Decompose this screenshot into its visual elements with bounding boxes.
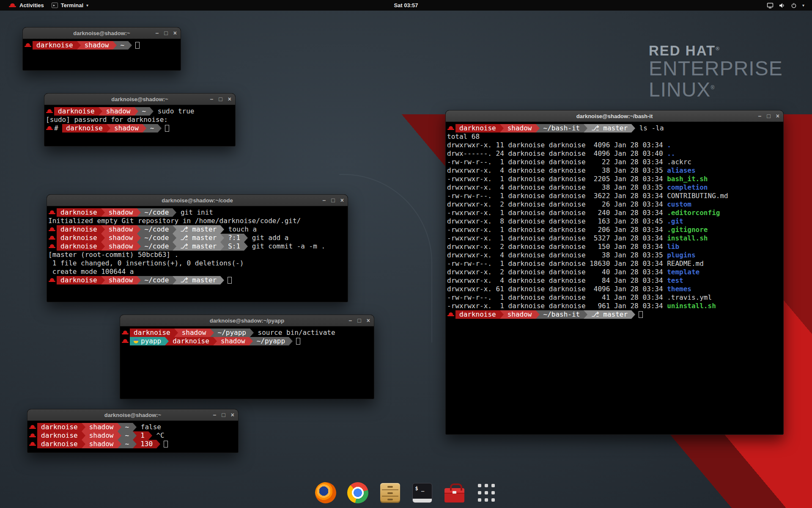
files-icon[interactable] <box>378 481 402 505</box>
terminal-icon[interactable] <box>410 481 434 505</box>
files-cabinet <box>380 483 400 503</box>
chevron-down-icon: ▾ <box>86 3 88 8</box>
powerline-separator-icon <box>137 225 141 234</box>
grid-dot <box>485 498 488 502</box>
minimize-button[interactable]: – <box>213 412 217 418</box>
powerline-separator-icon <box>156 440 160 448</box>
prompt-user-segment: darknoise <box>57 225 101 234</box>
powerline-separator-icon <box>536 310 540 319</box>
powerline-separator-icon <box>77 41 81 50</box>
close-button[interactable]: × <box>231 412 234 418</box>
prompt-user-segment: darknoise <box>57 276 101 284</box>
terminal-line: darknoiseshadow~/bash-it⎇ master <box>447 310 782 319</box>
terminal-screen <box>412 483 432 503</box>
close-button[interactable]: × <box>173 30 177 36</box>
executable-name: uninstall.sh <box>667 302 716 310</box>
directory-name: completion <box>667 183 708 192</box>
minimize-button[interactable]: – <box>349 318 352 323</box>
window-titlebar[interactable]: darknoise@shadow:~ – □ × <box>44 94 235 105</box>
terminal-line: -rwxrwxr-x. 1 darknoise darknoise 240 Ja… <box>447 209 782 217</box>
prompt-git-branch-segment: ⎇ master <box>176 242 220 251</box>
window-titlebar[interactable]: darknoise@shadow:~ – □ × <box>27 409 238 421</box>
terminal-line: darknoiseshadow~/bash-it⎇ master ls -la <box>447 124 782 133</box>
output-text: total 68 <box>447 133 480 141</box>
terminal-line: drwxrwxr-x. 2 darknoise darknoise 26 Jan… <box>447 200 782 209</box>
terminal-line: darknoiseshadow~/code⎇ master?:1 git add… <box>48 234 346 242</box>
powerline-separator-icon <box>249 337 253 345</box>
minimize-button[interactable]: – <box>758 113 762 119</box>
terminal-window-exit-codes[interactable]: darknoise@shadow:~ – □ × darknoiseshadow… <box>27 409 239 453</box>
maximize-button[interactable]: □ <box>331 197 335 203</box>
powerline-separator-icon <box>82 431 85 440</box>
terminal-line: drwxrwxr-x. 8 darknoise darknoise 163 Ja… <box>447 217 782 226</box>
terminal-line: -rwxrwxr-x. 1 darknoise darknoise 206 Ja… <box>447 226 782 234</box>
terminal-window-sudo[interactable]: darknoise@shadow:~ – □ × darknoiseshadow… <box>44 93 236 146</box>
window-titlebar[interactable]: darknoise@shadow:~/bash-it – □ × <box>446 110 783 122</box>
terminal-content[interactable]: darknoiseshadow~ sudo true[sudo] passwor… <box>44 105 235 135</box>
window-titlebar[interactable]: darknoise@shadow:~ – □ × <box>23 28 181 39</box>
maximize-button[interactable]: □ <box>767 113 770 119</box>
terminal-cursor <box>639 311 643 318</box>
firefox-icon[interactable] <box>314 481 337 505</box>
prompt-user-segment: darknoise <box>37 423 82 431</box>
redhat-prompt-icon <box>46 107 54 116</box>
powerline-separator-icon <box>631 310 635 319</box>
clock[interactable]: Sat 03:57 <box>390 0 422 11</box>
registered-mark: ® <box>710 85 715 91</box>
show-applications-icon[interactable] <box>475 481 498 505</box>
powerline-separator-icon <box>584 310 587 319</box>
prompt-cwd-segment: ~ <box>121 440 133 448</box>
prompt-exit-code-segment: 1 <box>137 431 148 440</box>
registered-mark: ® <box>716 46 720 52</box>
window-title: darknoise@shadow:~ <box>104 412 161 418</box>
maximize-button[interactable]: □ <box>222 412 225 418</box>
maximize-button[interactable]: □ <box>164 30 167 36</box>
terminal-content[interactable]: darknoiseshadow~ falsedarknoiseshadow~1 … <box>27 421 238 450</box>
terminal-line: drwxrwxr-x. 4 darknoise darknoise 38 Jan… <box>447 183 782 192</box>
powerline-separator-icon <box>244 234 248 242</box>
terminal-content[interactable]: darknoiseshadow~/pyapp source bin/activa… <box>120 326 374 348</box>
prompt-cwd-segment: ~ <box>121 431 133 440</box>
toolbox-icon[interactable] <box>442 481 466 505</box>
terminal-line: darknoiseshadow~ sudo true <box>46 107 234 116</box>
powerline-separator-icon <box>631 124 635 133</box>
close-button[interactable]: × <box>776 113 779 119</box>
directory-name: plugins <box>667 251 695 260</box>
maximize-button[interactable]: □ <box>219 96 222 102</box>
minimize-button[interactable]: – <box>323 197 326 203</box>
close-button[interactable]: × <box>367 318 370 323</box>
window-controls: – □ × <box>758 110 779 121</box>
terminal-window-code[interactable]: darknoise@shadow:~/code – □ × darknoises… <box>47 194 348 302</box>
close-button[interactable]: × <box>228 96 231 102</box>
terminal-window-bash-it[interactable]: darknoise@shadow:~/bash-it – □ × darknoi… <box>445 110 784 435</box>
terminal-content[interactable]: darknoiseshadow~/code git initInitialize… <box>47 206 348 287</box>
terminal-content[interactable]: darknoiseshadow~/bash-it⎇ master ls -lat… <box>446 122 783 321</box>
activities-button[interactable]: Activities <box>5 0 48 11</box>
terminal-window-home[interactable]: darknoise@shadow:~ – □ × darknoiseshadow… <box>22 27 181 71</box>
redhat-prompt-icon <box>48 276 57 284</box>
close-button[interactable]: × <box>340 197 344 203</box>
system-status-area[interactable]: ▾ <box>764 0 807 11</box>
powerline-separator-icon <box>137 242 141 251</box>
minimize-button[interactable]: – <box>210 96 214 102</box>
powerline-separator-icon <box>165 337 169 345</box>
powerline-separator-icon <box>173 225 176 234</box>
app-menu-button[interactable]: Terminal ▾ <box>48 0 92 11</box>
volume-icon <box>779 3 785 8</box>
powerline-separator-icon <box>118 423 121 431</box>
grid-dot <box>478 484 481 487</box>
redhat-prompt-icon <box>48 242 57 251</box>
output-text: drwxrwxr-x. 2 darknoise darknoise 150 Ja… <box>447 243 667 251</box>
window-titlebar[interactable]: darknoise@shadow:~/code – □ × <box>47 195 348 206</box>
directory-name: . <box>667 141 671 149</box>
terminal-content[interactable]: darknoiseshadow~ <box>23 39 181 52</box>
minimize-button[interactable]: – <box>156 30 159 36</box>
maximize-button[interactable]: □ <box>357 318 361 323</box>
window-titlebar[interactable]: darknoise@shadow:~/pyapp – □ × <box>120 315 374 326</box>
chrome-icon[interactable] <box>346 481 370 505</box>
command-text: touch a <box>224 225 257 234</box>
prompt-user-segment: darknoise <box>37 440 82 448</box>
terminal-window-pyapp[interactable]: darknoise@shadow:~/pyapp – □ × darknoise… <box>120 315 374 399</box>
directory-name: test <box>667 276 683 285</box>
output-text: Initialized empty Git repository in /hom… <box>48 217 301 225</box>
